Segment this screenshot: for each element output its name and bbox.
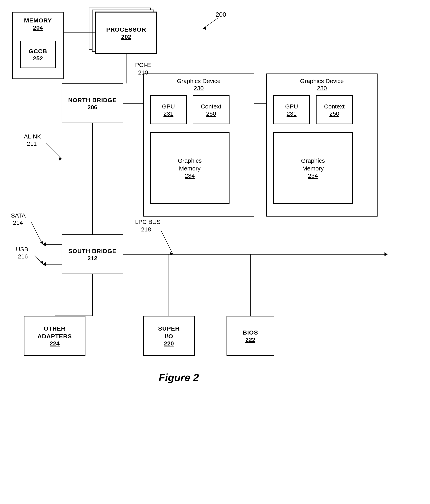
processor-block: PROCESSOR 202 (95, 12, 157, 54)
pci-e-label: PCI-E (135, 62, 151, 68)
processor-label: PROCESSOR (106, 26, 146, 33)
gpu-1-block: GPU 231 (150, 95, 187, 124)
svg-marker-19 (43, 262, 46, 266)
svg-marker-13 (59, 157, 62, 161)
graphics-memory-2-num: 234 (308, 172, 318, 179)
bios-block: BIOS 222 (227, 316, 274, 356)
memory-num: 204 (33, 24, 43, 31)
context-2-num: 250 (329, 110, 339, 117)
north-bridge-num: 206 (87, 104, 97, 111)
svg-marker-15 (43, 242, 46, 246)
graphics-device-1-num: 230 (194, 85, 204, 92)
usb-label: USB (16, 246, 28, 253)
svg-line-16 (31, 222, 43, 244)
context-1-block: Context 250 (193, 95, 229, 124)
gpu-2-label: GPU (285, 102, 298, 110)
graphics-memory-1-label: Graphics Memory (178, 157, 202, 172)
svg-marker-31 (203, 27, 206, 30)
svg-marker-21 (40, 261, 43, 264)
super-io-label: SUPER I/O (158, 325, 180, 340)
svg-line-20 (35, 255, 43, 264)
north-bridge-block: NORTH BRIDGE 206 (62, 83, 123, 123)
super-io-num: 220 (164, 340, 174, 347)
graphics-device-1-label: Graphics Device (177, 77, 220, 85)
graphics-device-2-num: 230 (317, 85, 327, 92)
svg-marker-25 (170, 252, 173, 255)
context-2-label: Context (324, 102, 345, 110)
svg-line-24 (161, 230, 173, 254)
bios-num: 222 (245, 336, 255, 343)
lpc-bus-num-label: 218 (141, 226, 151, 233)
gccb-num: 252 (33, 55, 43, 62)
context-1-label: Context (201, 102, 221, 110)
south-bridge-block: SOUTH BRIDGE 212 (62, 234, 123, 274)
graphics-memory-2-block: Graphics Memory 234 (273, 132, 353, 204)
south-bridge-num: 212 (87, 255, 97, 262)
usb-num-label: 216 (18, 253, 28, 260)
bios-label: BIOS (243, 329, 258, 336)
svg-line-30 (203, 18, 218, 29)
graphics-device-2-label: Graphics Device (300, 77, 344, 85)
south-bridge-label: SOUTH BRIDGE (68, 247, 116, 255)
context-1-num: 250 (206, 110, 216, 117)
graphics-memory-1-block: Graphics Memory 234 (150, 132, 229, 204)
graphics-memory-1-num: 234 (185, 172, 195, 179)
north-bridge-label: NORTH BRIDGE (68, 96, 117, 104)
alink-num-label: 211 (27, 140, 37, 147)
super-io-block: SUPER I/O 220 (143, 316, 195, 356)
graphics-memory-2-label: Graphics Memory (301, 157, 325, 172)
gccb-block: GCCB 252 (20, 41, 56, 68)
svg-marker-17 (40, 241, 43, 244)
gccb-label: GCCB (29, 47, 47, 55)
gpu-2-block: GPU 231 (273, 95, 310, 124)
ref-200-label: 200 (216, 11, 226, 18)
sata-label: SATA (11, 212, 26, 219)
gpu-1-num: 231 (163, 110, 173, 117)
pci-e-num-label: 210 (138, 69, 148, 76)
figure-caption: Figure 2 (119, 371, 238, 383)
other-adapters-block: OTHER ADAPTERS 224 (24, 316, 85, 356)
sata-num-label: 214 (13, 219, 23, 226)
alink-label: ALINK (24, 133, 41, 140)
lpc-bus-label: LPC BUS (135, 218, 161, 225)
other-adapters-num: 224 (50, 340, 60, 347)
processor-num: 202 (121, 33, 131, 40)
context-2-block: Context 250 (316, 95, 353, 124)
other-adapters-label: OTHER ADAPTERS (37, 325, 72, 340)
gpu-2-num: 231 (286, 110, 296, 117)
memory-label: MEMORY (24, 17, 52, 24)
svg-line-12 (46, 143, 62, 159)
svg-marker-23 (384, 252, 387, 256)
gpu-1-label: GPU (162, 102, 175, 110)
diagram-container: MEMORY 204 GCCB 252 PROCESSOR 202 NORTH … (0, 0, 430, 504)
